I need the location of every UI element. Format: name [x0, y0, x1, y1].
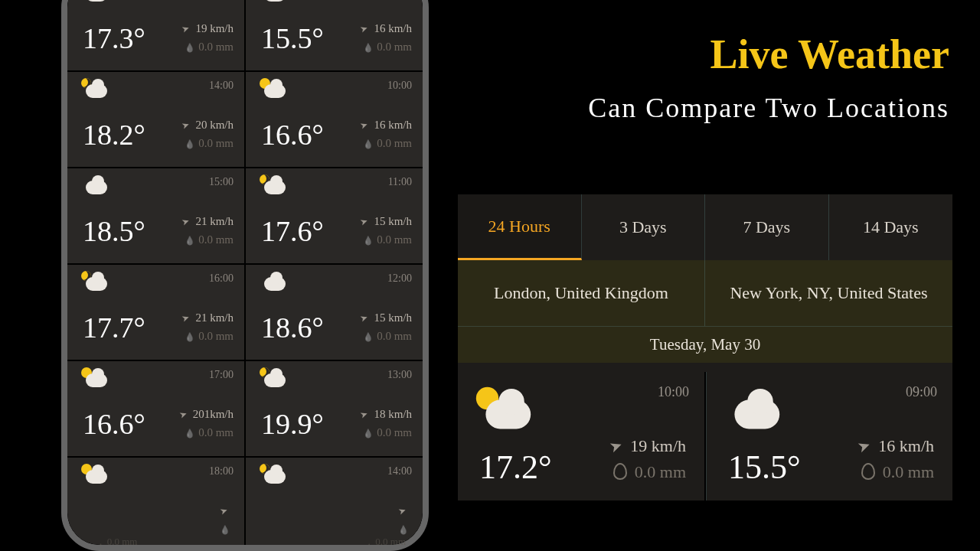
cell-time: 10:00 [387, 80, 412, 92]
tab-7-days[interactable]: 7 Days [705, 194, 829, 260]
cell-time: 17:00 [209, 369, 234, 381]
cell-temp: 17.3° [83, 21, 145, 55]
ghost-right-rain: 0.0 mm [375, 536, 406, 547]
phone-screen: 13:0017.3°19 km/h0.0 mm09:0015.5°16 km/h… [67, 0, 423, 545]
hourly-cell[interactable]: 10:0016.6°16 km/h0.0 mm [246, 72, 423, 167]
weather-moon-cloud-icon [83, 80, 109, 99]
cell-time: 11:00 [388, 176, 412, 188]
weather-sun-cloud-icon [261, 80, 287, 99]
cell-temp: 16.6° [83, 407, 145, 441]
date-bar: Tuesday, May 30 [458, 326, 952, 363]
cell-wind: 16 km/h [359, 21, 412, 35]
hourly-grid[interactable]: 13:0017.3°19 km/h0.0 mm09:0015.5°16 km/h… [67, 0, 423, 545]
cell-temp: 16.6° [261, 118, 324, 152]
cell-wind [219, 504, 234, 517]
hourly-cell[interactable]: 13:0019.9°18 km/h0.0 mm [246, 361, 423, 456]
cell-time: 18:00 [209, 465, 234, 478]
compare-cells: 10:0017.2°19 km/h0.0 mm09:0015.5°16 km/h… [458, 372, 952, 500]
compare-cell[interactable]: 09:0015.5°16 km/h0.0 mm [706, 372, 952, 500]
cell-rain: 0.0 mm [363, 426, 412, 439]
cell-wind: 201km/h [178, 407, 234, 421]
weather-cloud-icon [261, 0, 287, 3]
hourly-cell[interactable]: 12:0018.6°15 km/h0.0 mm [246, 265, 423, 360]
hourly-cell[interactable]: 18:00 [67, 458, 244, 545]
cell-rain: 0.0 mm [185, 426, 234, 439]
tab-24-hours[interactable]: 24 Hours [458, 194, 582, 260]
cell-wind [397, 504, 412, 517]
hourly-cell[interactable]: 16:0017.7°21 km/h0.0 mm [67, 265, 244, 360]
weather-moon-cloud-icon [261, 369, 287, 389]
hourly-cell[interactable]: 17:0016.6°201km/h0.0 mm [67, 361, 244, 456]
overflow-ghost-row: . 0.0 mm . 0.0 mm [100, 536, 406, 548]
cell-temp: 17.6° [261, 214, 324, 248]
weather-sun-cloud-icon [83, 369, 109, 389]
title: Live Weather [588, 31, 949, 78]
range-tabs: 24 Hours3 Days7 Days14 Days [458, 194, 952, 260]
hourly-cell[interactable]: 09:0015.5°16 km/h0.0 mm [246, 0, 423, 70]
phone-frame: 13:0017.3°19 km/h0.0 mm09:0015.5°16 km/h… [61, 0, 429, 551]
weather-moon-cloud-icon [261, 176, 287, 196]
cell-temp: 19.9° [261, 407, 324, 441]
compare-wind: 16 km/h [857, 436, 934, 456]
weather-sun-cloud-icon [479, 390, 534, 432]
cell-wind: 21 km/h [181, 214, 234, 228]
hourly-cell[interactable]: 15:0018.5°21 km/h0.0 mm [67, 168, 244, 263]
cell-wind: 21 km/h [181, 311, 234, 324]
compare-temp: 17.2° [479, 448, 552, 487]
marketing-heading: Live Weather Can Compare Two Locations [588, 31, 949, 124]
compare-panel: 24 Hours3 Days7 Days14 Days London, Unit… [458, 194, 952, 500]
hourly-cell[interactable]: 14:0018.2°20 km/h0.0 mm [67, 72, 244, 167]
tab-3-days[interactable]: 3 Days [582, 194, 706, 260]
cell-wind: 18 km/h [359, 407, 412, 421]
cell-rain [220, 523, 234, 536]
compare-time: 09:00 [906, 384, 937, 400]
cell-rain: 0.0 mm [363, 233, 412, 246]
cell-rain: 0.0 mm [363, 330, 412, 343]
tab-14-days[interactable]: 14 Days [829, 194, 953, 260]
cell-wind: 19 km/h [181, 21, 234, 35]
cell-rain: 0.0 mm [185, 137, 234, 150]
location-right[interactable]: New York, NY, United States [705, 260, 952, 326]
ghost-left-rain: 0.0 mm [107, 536, 138, 547]
weather-cloud-icon [728, 390, 782, 432]
compare-cell[interactable]: 10:0017.2°19 km/h0.0 mm [458, 372, 704, 500]
cell-temp: 17.7° [83, 311, 145, 344]
hourly-cell[interactable]: 13:0017.3°19 km/h0.0 mm [67, 0, 244, 70]
location-left[interactable]: London, United Kingdom [458, 260, 705, 326]
cell-temp: 15.5° [261, 21, 324, 55]
weather-sun-cloud-icon [83, 465, 109, 485]
weather-moon-cloud-icon [261, 465, 287, 485]
weather-cloud-icon [83, 176, 109, 196]
cell-rain: 0.0 mm [185, 233, 234, 246]
cell-time: 14:00 [387, 465, 412, 478]
weather-moon-cloud-icon [83, 272, 109, 292]
cell-time: 16:00 [209, 272, 234, 285]
cell-rain: 0.0 mm [185, 330, 234, 343]
cell-time: 15:00 [209, 176, 234, 188]
cell-rain: 0.0 mm [185, 41, 234, 54]
weather-cloud-icon [261, 272, 287, 292]
cell-time: 13:00 [387, 369, 412, 381]
cell-rain [398, 523, 412, 536]
hourly-cell[interactable]: 14:00 [246, 458, 423, 545]
cell-rain: 0.0 mm [363, 137, 412, 150]
compare-rain: 0.0 mm [861, 462, 934, 482]
compare-time: 10:00 [658, 384, 689, 400]
cell-wind: 20 km/h [181, 118, 234, 132]
compare-wind: 19 km/h [609, 436, 686, 456]
cell-time: 14:00 [209, 80, 234, 92]
weather-sun-cloud-icon [83, 0, 109, 3]
cell-temp: 18.2° [83, 118, 145, 152]
compare-temp: 15.5° [728, 448, 801, 487]
cell-temp: 18.5° [83, 214, 145, 248]
cell-wind: 16 km/h [359, 118, 412, 132]
cell-time: 12:00 [387, 272, 412, 285]
location-row: London, United Kingdom New York, NY, Uni… [458, 260, 952, 326]
cell-wind: 15 km/h [359, 311, 412, 324]
compare-rain: 0.0 mm [613, 462, 686, 482]
cell-wind: 15 km/h [359, 214, 412, 228]
cell-rain: 0.0 mm [363, 41, 412, 54]
subtitle: Can Compare Two Locations [588, 92, 949, 124]
hourly-cell[interactable]: 11:0017.6°15 km/h0.0 mm [246, 168, 423, 263]
cell-temp: 18.6° [261, 311, 324, 344]
